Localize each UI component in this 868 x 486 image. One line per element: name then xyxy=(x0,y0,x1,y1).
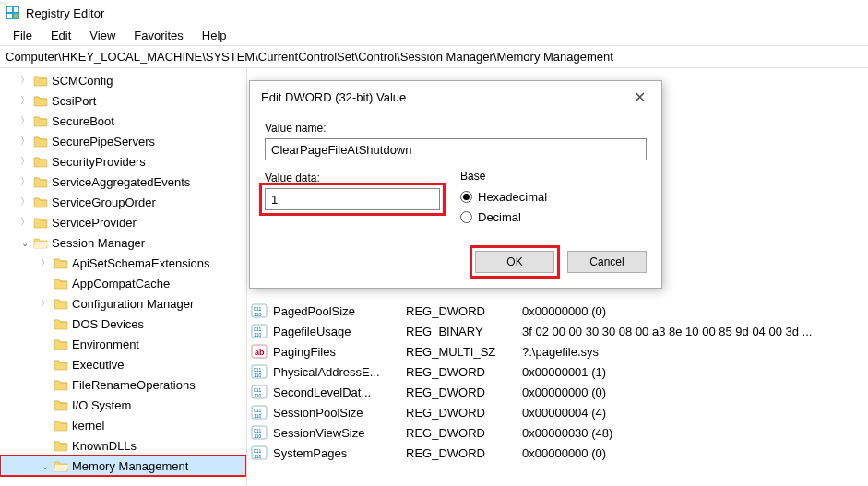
value-data: 0x00000030 (48) xyxy=(522,426,868,440)
menu-help[interactable]: Help xyxy=(193,27,236,44)
chevron-icon: 〉 xyxy=(39,256,52,269)
tree-item-label: ScsiPort xyxy=(52,94,96,108)
menu-file[interactable]: File xyxy=(4,27,42,44)
tree-item[interactable]: ⌄Session Manager xyxy=(0,232,246,253)
menu-view[interactable]: View xyxy=(80,27,125,44)
value-row[interactable]: 011110PagedPoolSizeREG_DWORD0x00000000 (… xyxy=(247,301,868,321)
value-data-field[interactable] xyxy=(265,188,440,210)
svg-rect-3 xyxy=(7,14,12,18)
value-row[interactable]: 011110PagefileUsageREG_BINARY3f 02 00 00… xyxy=(247,321,868,341)
svg-text:110: 110 xyxy=(254,433,262,439)
tree-item-label: KnownDLLs xyxy=(72,439,137,453)
tree-item[interactable]: AppCompatCache xyxy=(0,273,246,293)
value-data: 0x00000004 (4) xyxy=(522,406,868,420)
chevron-icon: 〉 xyxy=(39,297,52,310)
chevron-icon: 〉 xyxy=(18,216,31,229)
value-type: REG_BINARY xyxy=(406,325,522,338)
chevron-icon xyxy=(39,319,52,329)
tree-item[interactable]: DOS Devices xyxy=(0,314,246,334)
tree-item-label: SecurePipeServers xyxy=(52,135,155,148)
svg-rect-2 xyxy=(14,7,18,12)
value-row[interactable]: 011110SessionViewSizeREG_DWORD0x00000030… xyxy=(247,422,868,443)
tree-item[interactable]: 〉SecurityProviders xyxy=(0,151,246,172)
tree-item-label: ApiSetSchemaExtensions xyxy=(72,256,210,270)
radio-decimal[interactable]: Decimal xyxy=(460,207,647,227)
tree-item[interactable]: KnownDLLs xyxy=(0,435,246,456)
value-row[interactable]: 011110SecondLevelDat...REG_DWORD0x000000… xyxy=(247,382,868,402)
chevron-icon: 〉 xyxy=(18,196,31,208)
value-row[interactable]: 011110PhysicalAddressE...REG_DWORD0x0000… xyxy=(247,362,868,382)
value-type: REG_DWORD xyxy=(406,365,522,379)
chevron-icon xyxy=(39,339,52,350)
tree-item[interactable]: 〉ServiceGroupOrder xyxy=(0,192,246,212)
tree-item[interactable]: kernel xyxy=(0,415,246,435)
radio-icon xyxy=(460,211,472,223)
tree-item[interactable]: Executive xyxy=(0,354,246,374)
cancel-button[interactable]: Cancel xyxy=(567,251,647,273)
svg-text:110: 110 xyxy=(254,413,262,419)
menu-bar: File Edit View Favorites Help xyxy=(0,26,868,46)
tree-item[interactable]: 〉ScsiPort xyxy=(0,90,246,111)
value-type: REG_DWORD xyxy=(406,385,522,399)
chevron-icon: 〉 xyxy=(18,94,31,107)
tree-item[interactable]: 〉Configuration Manager xyxy=(0,293,246,314)
value-type: REG_DWORD xyxy=(406,304,522,318)
address-bar[interactable]: Computer\HKEY_LOCAL_MACHINE\SYSTEM\Curre… xyxy=(0,46,868,68)
svg-text:110: 110 xyxy=(254,393,262,398)
chevron-icon xyxy=(39,360,52,370)
svg-text:110: 110 xyxy=(254,312,262,317)
value-row[interactable]: 011110SystemPagesREG_DWORD0x00000000 (0) xyxy=(247,443,868,463)
value-name: PagedPoolSize xyxy=(273,304,406,318)
value-name-field[interactable] xyxy=(265,138,647,160)
value-data: ?:\pagefile.sys xyxy=(522,345,868,359)
tree-item-label: Environment xyxy=(72,338,139,351)
menu-edit[interactable]: Edit xyxy=(42,27,80,44)
tree-item[interactable]: 〉SCMConfig xyxy=(0,70,246,90)
value-data: 0x00000000 (0) xyxy=(522,385,868,399)
tree-item-label: kernel xyxy=(72,419,104,433)
tree-item-label: ServiceAggregatedEvents xyxy=(52,175,190,189)
tree-item-label: Session Manager xyxy=(52,236,145,250)
tree-pane[interactable]: 〉SCMConfig〉ScsiPort〉SecureBoot〉SecurePip… xyxy=(0,68,247,486)
tree-item[interactable]: 〉ApiSetSchemaExtensions xyxy=(0,253,246,273)
tree-item[interactable]: 〉SecureBoot xyxy=(0,111,246,131)
dialog-titlebar[interactable]: Edit DWORD (32-bit) Value ✕ xyxy=(250,81,661,113)
value-name: PhysicalAddressE... xyxy=(273,365,406,379)
value-data: 0x00000001 (1) xyxy=(522,365,868,379)
menu-favorites[interactable]: Favorites xyxy=(125,27,192,44)
close-icon[interactable]: ✕ xyxy=(628,89,650,106)
tree-item-label: I/O System xyxy=(72,398,131,412)
value-row[interactable]: 011110SessionPoolSizeREG_DWORD0x00000004… xyxy=(247,402,868,422)
tree-item[interactable]: ⌄Memory Management xyxy=(0,456,246,476)
chevron-icon xyxy=(39,279,52,289)
regedit-icon xyxy=(6,6,20,20)
value-row[interactable]: abPagingFilesREG_MULTI_SZ?:\pagefile.sys xyxy=(247,341,868,362)
radio-hexadecimal[interactable]: Hexadecimal xyxy=(460,186,647,207)
tree-item-label: DOS Devices xyxy=(72,317,144,331)
ok-button[interactable]: OK xyxy=(475,251,554,273)
value-name-label: Value name: xyxy=(265,122,647,135)
chevron-icon xyxy=(39,380,52,390)
radio-icon xyxy=(460,191,472,203)
tree-item-label: ServiceGroupOrder xyxy=(52,196,156,209)
value-type: REG_DWORD xyxy=(406,426,522,440)
tree-item[interactable]: 〉SecurePipeServers xyxy=(0,131,246,151)
chevron-icon: 〉 xyxy=(18,135,31,148)
chevron-icon: 〉 xyxy=(18,114,31,127)
value-name: SystemPages xyxy=(273,446,406,460)
tree-item[interactable]: I/O System xyxy=(0,395,246,415)
chevron-icon: 〉 xyxy=(18,74,31,87)
tree-item-label: AppCompatCache xyxy=(72,277,170,290)
dialog-title: Edit DWORD (32-bit) Value xyxy=(261,90,406,104)
chevron-icon: 〉 xyxy=(18,175,31,188)
tree-item-label: Executive xyxy=(72,358,124,372)
tree-item[interactable]: Environment xyxy=(0,334,246,354)
value-data: 0x00000000 (0) xyxy=(522,446,868,460)
tree-item[interactable]: 〉ServiceProvider xyxy=(0,212,246,232)
tree-item-label: SCMConfig xyxy=(52,74,113,88)
tree-item[interactable]: FileRenameOperations xyxy=(0,374,246,395)
tree-item[interactable]: 〉ServiceAggregatedEvents xyxy=(0,172,246,192)
title-bar: Registry Editor xyxy=(0,0,868,26)
value-name: SessionViewSize xyxy=(273,426,406,440)
base-group: Base Hexadecimal Decimal xyxy=(460,170,647,227)
